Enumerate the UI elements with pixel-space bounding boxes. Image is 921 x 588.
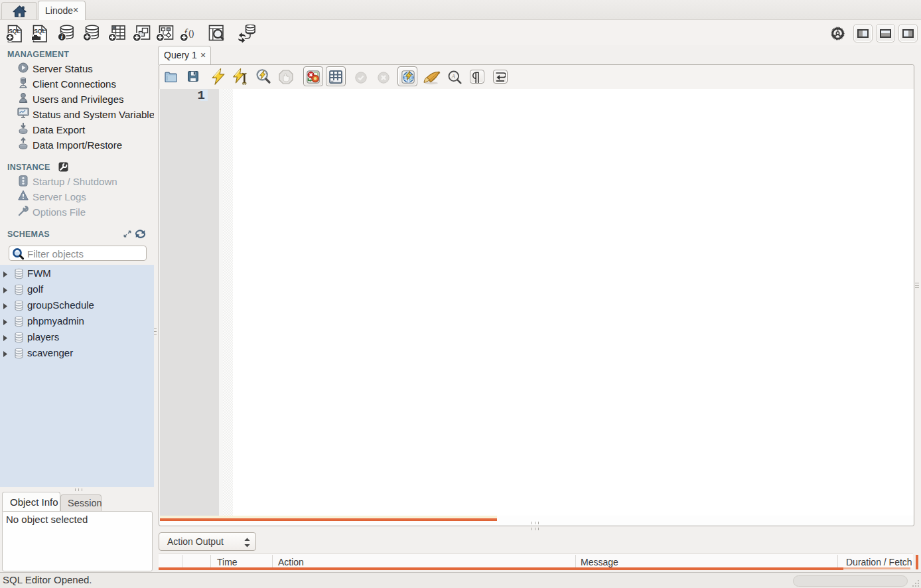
svg-text:A: A <box>451 73 456 80</box>
svg-text:SQL: SQL <box>34 28 45 35</box>
svg-text:i: i <box>61 33 63 40</box>
svg-text:(): () <box>188 28 194 38</box>
